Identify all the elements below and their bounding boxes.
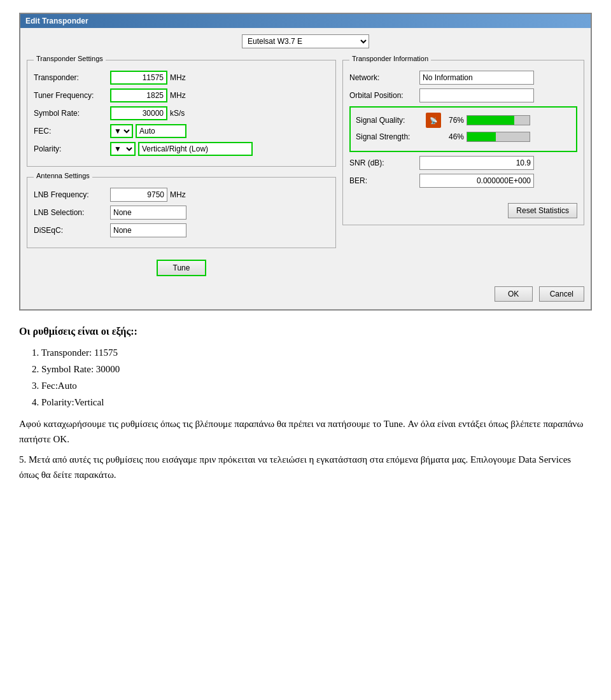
fec-input[interactable] (136, 124, 186, 138)
signal-strength-fill (467, 132, 496, 141)
network-label: Network: (349, 73, 419, 82)
paragraph-2: 5. Μετά από αυτές τις ρυθμίσεις που εισά… (19, 452, 592, 482)
signal-strength-bar (467, 132, 530, 142)
symbol-rate-unit: kS/s (170, 109, 185, 118)
dialog-title: Edit Transponder (25, 17, 88, 25)
fec-label: FEC: (34, 127, 110, 136)
setting-item-1: 1. Transponder: 11575 (32, 345, 592, 360)
signal-quality-row: Signal Quality: 📡 76% (356, 113, 571, 128)
diseqc-row: DiSEqC: (34, 223, 329, 237)
setting-val-4: :Vertical (72, 397, 104, 407)
edit-transponder-dialog: Edit Transponder Eutelsat W3.7 E Transpo… (19, 13, 592, 311)
symbol-rate-input[interactable] (110, 106, 167, 120)
reset-statistics-button[interactable]: Reset Statistics (508, 203, 577, 218)
signal-quality-icon: 📡 (426, 113, 441, 128)
transponder-settings-group: Transponder Settings Transponder: MHz Tu… (27, 60, 336, 167)
setting-val-3: :Auto (55, 381, 77, 391)
ber-label: BER: (349, 176, 419, 185)
ber-row: BER: 0.000000E+000 (349, 174, 577, 188)
setting-key-2: 2. Symbol Rate (32, 364, 91, 374)
signal-quality-bar (467, 115, 530, 125)
lnb-freq-input[interactable] (110, 188, 167, 202)
tune-button-row: Tune (27, 260, 336, 276)
fec-row: FEC: ▼ (34, 124, 329, 138)
signal-quality-label: Signal Quality: (356, 116, 426, 125)
symbol-rate-row: Symbol Rate: kS/s (34, 106, 329, 120)
signal-strength-label: Signal Strength: (356, 132, 426, 141)
ber-value: 0.000000E+000 (419, 174, 534, 188)
polarity-controls: ▼ (110, 142, 253, 156)
transponder-row: Transponder: MHz (34, 71, 329, 85)
signal-quality-fill (467, 116, 514, 125)
orbital-label: Orbital Position: (349, 91, 419, 100)
lnb-freq-label: LNB Frequency: (34, 190, 110, 199)
reset-button-row: Reset Statistics (349, 198, 577, 218)
polarity-input[interactable] (138, 142, 253, 156)
ok-button[interactable]: OK (495, 286, 533, 302)
setting-item-3: 3. Fec:Auto (32, 378, 592, 393)
setting-item-2: 2. Symbol Rate: 30000 (32, 361, 592, 377)
lnb-selection-row: LNB Selection: (34, 206, 329, 220)
snr-value: 10.9 (419, 156, 534, 170)
transponder-info-label: Transponder Information (349, 55, 431, 62)
setting-val-1: : 11575 (89, 347, 118, 358)
page-text-section: Οι ρυθμίσεις είναι οι εξής:: 1. Transpon… (19, 323, 592, 482)
network-row: Network: No Information (349, 71, 577, 85)
tuner-freq-label: Tuner Frequency: (34, 91, 110, 100)
settings-list: 1. Transponder: 11575 2. Symbol Rate: 30… (32, 345, 592, 410)
setting-key-4: 4. Polarity (32, 397, 72, 407)
fec-select[interactable]: ▼ (110, 124, 133, 138)
dialog-bottom-buttons: OK Cancel (27, 283, 584, 303)
antenna-settings-label: Antenna Settings (34, 172, 92, 179)
polarity-label: Polarity: (34, 144, 110, 153)
left-column: Transponder Settings Transponder: MHz Tu… (27, 55, 336, 276)
polarity-row: Polarity: ▼ (34, 142, 329, 156)
network-value: No Information (419, 71, 534, 85)
setting-key-1: 1. Transponder (32, 347, 89, 358)
tuner-freq-unit: MHz (170, 91, 186, 100)
orbital-row: Orbital Position: (349, 88, 577, 102)
setting-val-2: : 30000 (91, 364, 120, 374)
fec-controls: ▼ (110, 124, 186, 138)
diseqc-label: DiSEqC: (34, 226, 110, 235)
snr-label: SNR (dB): (349, 158, 419, 167)
tune-button[interactable]: Tune (157, 260, 207, 276)
lnb-freq-row: LNB Frequency: MHz (34, 188, 329, 202)
transponder-unit: MHz (170, 73, 186, 82)
lnb-freq-unit: MHz (170, 190, 186, 199)
signal-quality-bar-container: 📡 76% (426, 113, 530, 128)
signal-strength-percent: 46% (444, 132, 464, 141)
signal-quality-percent: 76% (444, 116, 464, 125)
satellite-selector-row: Eutelsat W3.7 E (27, 34, 584, 48)
signal-strength-bar-container: 46% (426, 132, 530, 142)
dialog-body: Eutelsat W3.7 E Transponder Settings Tra… (20, 28, 591, 309)
transponder-input[interactable] (110, 71, 167, 85)
antenna-settings-group: Antenna Settings LNB Frequency: MHz LNB … (27, 177, 336, 248)
lnb-selection-input[interactable] (110, 206, 186, 220)
main-columns: Transponder Settings Transponder: MHz Tu… (27, 55, 584, 276)
transponder-info-group: Transponder Information Network: No Info… (342, 60, 584, 225)
cancel-button[interactable]: Cancel (539, 286, 584, 302)
right-column: Transponder Information Network: No Info… (342, 55, 584, 276)
paragraph-1: Αφού καταχωρήσουμε τις ρυθμίσεις όπως τι… (19, 416, 592, 447)
satellite-select[interactable]: Eutelsat W3.7 E (242, 34, 369, 48)
setting-key-3: 3. Fec (32, 381, 55, 391)
snr-row: SNR (dB): 10.9 (349, 156, 577, 170)
tuner-freq-input[interactable] (110, 88, 167, 102)
tuner-freq-row: Tuner Frequency: MHz (34, 88, 329, 102)
transponder-label: Transponder: (34, 73, 110, 82)
signal-strength-row: Signal Strength: 46% (356, 132, 571, 142)
page-heading: Οι ρυθμίσεις είναι οι εξής:: (19, 323, 592, 340)
symbol-rate-label: Symbol Rate: (34, 109, 110, 118)
transponder-settings-label: Transponder Settings (34, 55, 106, 62)
orbital-value (419, 88, 534, 102)
diseqc-input[interactable] (110, 223, 186, 237)
dialog-titlebar: Edit Transponder (20, 14, 591, 28)
polarity-select[interactable]: ▼ (110, 142, 136, 156)
lnb-selection-label: LNB Selection: (34, 208, 110, 217)
setting-item-4: 4. Polarity:Vertical (32, 395, 592, 410)
signal-section: Signal Quality: 📡 76% Signal S (349, 106, 577, 152)
